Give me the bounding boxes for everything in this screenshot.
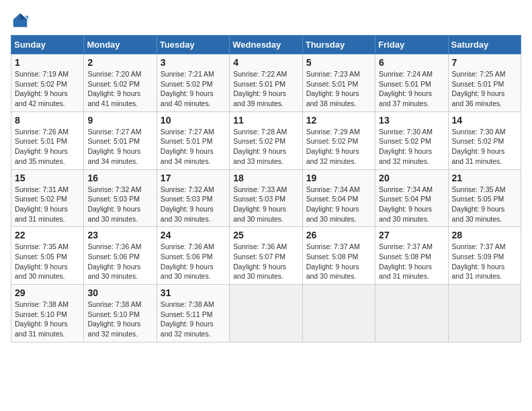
calendar-day-cell [375, 285, 448, 342]
day-info: Sunrise: 7:35 AMSunset: 5:05 PMDaylight:… [452, 185, 517, 224]
day-info: Sunrise: 7:33 AMSunset: 5:03 PMDaylight:… [233, 185, 298, 224]
calendar-day-cell: 20Sunrise: 7:34 AMSunset: 5:04 PMDayligh… [375, 169, 448, 227]
day-info: Sunrise: 7:34 AMSunset: 5:04 PMDaylight:… [306, 185, 371, 224]
day-info: Sunrise: 7:28 AMSunset: 5:02 PMDaylight:… [233, 127, 298, 167]
calendar-week-row: 22Sunrise: 7:35 AMSunset: 5:05 PMDayligh… [11, 227, 521, 285]
day-number: 27 [379, 230, 444, 240]
day-number: 16 [87, 173, 152, 183]
calendar-day-cell: 11Sunrise: 7:28 AMSunset: 5:02 PMDayligh… [230, 111, 302, 169]
calendar-week-row: 1Sunrise: 7:19 AMSunset: 5:02 PMDaylight… [11, 54, 521, 112]
day-info: Sunrise: 7:27 AMSunset: 5:01 PMDaylight:… [87, 127, 152, 167]
day-number: 4 [233, 57, 298, 68]
day-number: 8 [15, 115, 80, 126]
day-number: 7 [452, 57, 517, 68]
calendar-day-cell: 7Sunrise: 7:25 AMSunset: 5:01 PMDaylight… [448, 54, 521, 112]
day-info: Sunrise: 7:37 AMSunset: 5:08 PMDaylight:… [306, 242, 371, 281]
day-number: 26 [306, 230, 371, 240]
day-number: 28 [452, 230, 517, 240]
day-info: Sunrise: 7:32 AMSunset: 5:03 PMDaylight:… [87, 185, 152, 224]
day-info: Sunrise: 7:22 AMSunset: 5:01 PMDaylight:… [233, 69, 298, 109]
calendar-day-cell: 21Sunrise: 7:35 AMSunset: 5:05 PMDayligh… [448, 169, 521, 227]
calendar-day-cell: 12Sunrise: 7:29 AMSunset: 5:02 PMDayligh… [302, 111, 375, 169]
day-number: 31 [161, 287, 226, 298]
calendar-week-row: 8Sunrise: 7:26 AMSunset: 5:01 PMDaylight… [11, 111, 521, 169]
logo-icon [11, 11, 30, 30]
day-number: 14 [452, 115, 517, 126]
day-number: 15 [15, 173, 80, 183]
calendar-day-cell: 30Sunrise: 7:38 AMSunset: 5:10 PMDayligh… [84, 285, 157, 342]
calendar-day-cell: 28Sunrise: 7:37 AMSunset: 5:09 PMDayligh… [448, 227, 521, 285]
calendar-day-cell [302, 285, 375, 342]
weekday-header: Saturday [448, 36, 521, 54]
calendar-day-cell: 4Sunrise: 7:22 AMSunset: 5:01 PMDaylight… [230, 54, 302, 112]
day-info: Sunrise: 7:37 AMSunset: 5:08 PMDaylight:… [379, 242, 444, 281]
day-number: 9 [87, 115, 152, 126]
day-info: Sunrise: 7:27 AMSunset: 5:01 PMDaylight:… [161, 127, 226, 167]
day-info: Sunrise: 7:21 AMSunset: 5:02 PMDaylight:… [161, 69, 226, 109]
day-number: 21 [452, 173, 517, 183]
day-number: 24 [161, 230, 226, 240]
calendar-day-cell: 5Sunrise: 7:23 AMSunset: 5:01 PMDaylight… [302, 54, 375, 112]
day-info: Sunrise: 7:37 AMSunset: 5:09 PMDaylight:… [452, 242, 517, 281]
day-info: Sunrise: 7:25 AMSunset: 5:01 PMDaylight:… [452, 69, 517, 109]
calendar-day-cell: 24Sunrise: 7:36 AMSunset: 5:06 PMDayligh… [157, 227, 229, 285]
day-number: 6 [379, 57, 444, 68]
calendar-day-cell: 29Sunrise: 7:38 AMSunset: 5:10 PMDayligh… [11, 285, 84, 342]
calendar-day-cell: 18Sunrise: 7:33 AMSunset: 5:03 PMDayligh… [230, 169, 302, 227]
day-number: 22 [15, 230, 80, 240]
calendar-week-row: 29Sunrise: 7:38 AMSunset: 5:10 PMDayligh… [11, 285, 521, 342]
day-info: Sunrise: 7:19 AMSunset: 5:02 PMDaylight:… [15, 69, 80, 109]
calendar-header-row: SundayMondayTuesdayWednesdayThursdayFrid… [11, 36, 521, 54]
weekday-header: Monday [84, 36, 157, 54]
day-info: Sunrise: 7:24 AMSunset: 5:01 PMDaylight:… [379, 69, 444, 109]
calendar-table: SundayMondayTuesdayWednesdayThursdayFrid… [11, 35, 521, 342]
weekday-header: Wednesday [230, 36, 302, 54]
day-info: Sunrise: 7:34 AMSunset: 5:04 PMDaylight:… [379, 185, 444, 224]
page-header [11, 11, 521, 30]
day-info: Sunrise: 7:36 AMSunset: 5:06 PMDaylight:… [87, 242, 152, 281]
day-info: Sunrise: 7:32 AMSunset: 5:03 PMDaylight:… [161, 185, 226, 224]
calendar-day-cell: 10Sunrise: 7:27 AMSunset: 5:01 PMDayligh… [157, 111, 229, 169]
calendar-day-cell: 25Sunrise: 7:36 AMSunset: 5:07 PMDayligh… [230, 227, 302, 285]
day-info: Sunrise: 7:36 AMSunset: 5:06 PMDaylight:… [161, 242, 226, 281]
day-number: 10 [161, 115, 226, 126]
day-number: 1 [15, 57, 80, 68]
day-info: Sunrise: 7:30 AMSunset: 5:02 PMDaylight:… [452, 127, 517, 167]
day-number: 18 [233, 173, 298, 183]
day-info: Sunrise: 7:29 AMSunset: 5:02 PMDaylight:… [306, 127, 371, 167]
calendar-day-cell: 26Sunrise: 7:37 AMSunset: 5:08 PMDayligh… [302, 227, 375, 285]
day-info: Sunrise: 7:35 AMSunset: 5:05 PMDaylight:… [15, 242, 80, 281]
day-info: Sunrise: 7:20 AMSunset: 5:02 PMDaylight:… [87, 69, 152, 109]
logo [11, 11, 32, 30]
day-info: Sunrise: 7:38 AMSunset: 5:11 PMDaylight:… [161, 300, 226, 339]
day-number: 25 [233, 230, 298, 240]
calendar-day-cell: 13Sunrise: 7:30 AMSunset: 5:02 PMDayligh… [375, 111, 448, 169]
day-number: 11 [233, 115, 298, 126]
weekday-header: Tuesday [157, 36, 229, 54]
calendar-week-row: 15Sunrise: 7:31 AMSunset: 5:02 PMDayligh… [11, 169, 521, 227]
day-number: 12 [306, 115, 371, 126]
calendar-day-cell: 16Sunrise: 7:32 AMSunset: 5:03 PMDayligh… [84, 169, 157, 227]
calendar-day-cell: 15Sunrise: 7:31 AMSunset: 5:02 PMDayligh… [11, 169, 84, 227]
calendar-day-cell [230, 285, 302, 342]
calendar-day-cell: 9Sunrise: 7:27 AMSunset: 5:01 PMDaylight… [84, 111, 157, 169]
calendar-day-cell [448, 285, 521, 342]
calendar-day-cell: 31Sunrise: 7:38 AMSunset: 5:11 PMDayligh… [157, 285, 229, 342]
day-number: 30 [87, 287, 152, 298]
day-number: 20 [379, 173, 444, 183]
day-number: 23 [87, 230, 152, 240]
calendar-day-cell: 14Sunrise: 7:30 AMSunset: 5:02 PMDayligh… [448, 111, 521, 169]
day-number: 19 [306, 173, 371, 183]
weekday-header: Sunday [11, 36, 84, 54]
day-info: Sunrise: 7:26 AMSunset: 5:01 PMDaylight:… [15, 127, 80, 167]
day-info: Sunrise: 7:38 AMSunset: 5:10 PMDaylight:… [15, 300, 80, 339]
day-number: 17 [161, 173, 226, 183]
day-info: Sunrise: 7:30 AMSunset: 5:02 PMDaylight:… [379, 127, 444, 167]
calendar-day-cell: 2Sunrise: 7:20 AMSunset: 5:02 PMDaylight… [84, 54, 157, 112]
day-info: Sunrise: 7:31 AMSunset: 5:02 PMDaylight:… [15, 185, 80, 224]
calendar-day-cell: 8Sunrise: 7:26 AMSunset: 5:01 PMDaylight… [11, 111, 84, 169]
day-number: 13 [379, 115, 444, 126]
day-number: 2 [87, 57, 152, 68]
calendar-day-cell: 27Sunrise: 7:37 AMSunset: 5:08 PMDayligh… [375, 227, 448, 285]
day-number: 3 [161, 57, 226, 68]
